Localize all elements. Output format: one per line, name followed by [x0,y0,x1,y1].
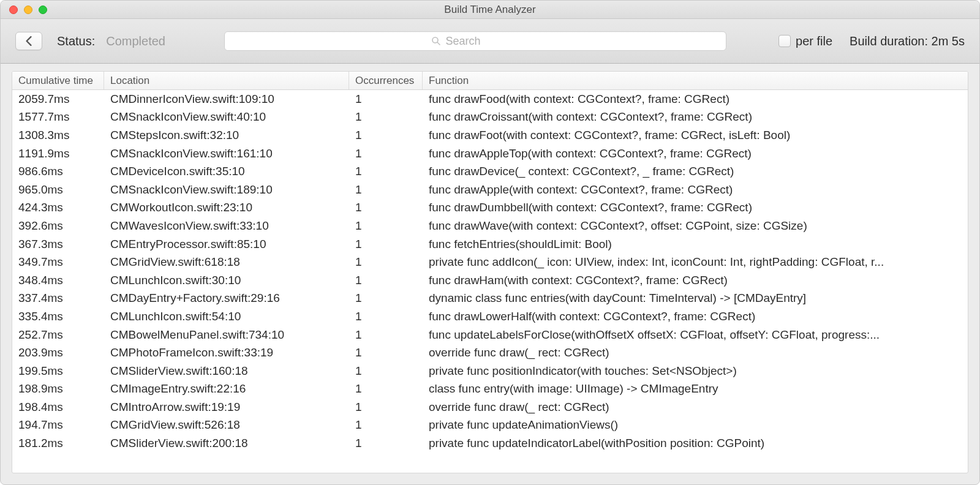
table-row[interactable]: 349.7msCMGridView.swift:618:181private f… [12,253,968,271]
cell-time: 198.9ms [12,382,104,396]
cell-time: 337.4ms [12,291,104,305]
column-header-location[interactable]: Location [104,72,349,89]
close-window-button[interactable] [9,6,18,14]
cell-function: func drawApple(with context: CGContext?,… [423,183,968,197]
table-row[interactable]: 194.7msCMGridView.swift:526:181private f… [12,416,968,435]
table-row[interactable]: 2059.7msCMDinnerIconView.swift:109:101fu… [12,90,968,108]
cell-location: CMDeviceIcon.swift:35:10 [104,165,349,178]
cell-occurrences: 1 [349,400,423,414]
table-row[interactable]: 1308.3msCMStepsIcon.swift:32:101func dra… [12,126,968,145]
cell-time: 367.3ms [12,238,104,251]
table-row[interactable]: 424.3msCMWorkoutIcon.swift:23:101func dr… [12,199,968,217]
zoom-window-button[interactable] [39,6,47,14]
status-value: Completed [106,34,165,48]
cell-time: 1577.7ms [12,110,104,124]
cell-function: func drawAppleTop(with context: CGContex… [423,147,968,160]
table-row[interactable]: 181.2msCMSliderView.swift:200:181private… [12,434,968,453]
toolbar: Status: Completed per file Build duratio… [1,19,979,64]
window-title: Build Time Analyzer [1,4,979,16]
cell-time: 2059.7ms [12,92,104,106]
table-row[interactable]: 1577.7msCMSnackIconView.swift:40:101func… [12,108,968,127]
cell-time: 965.0ms [12,183,104,197]
cell-location: CMEntryProcessor.swift:85:10 [104,238,349,251]
column-header-time[interactable]: Cumulative time [12,72,104,89]
build-duration: Build duration: 2m 5s [850,34,965,48]
cell-time: 392.6ms [12,219,104,233]
cell-location: CMPhotoFrameIcon.swift:33:19 [104,346,349,359]
cell-location: CMBowelMenuPanel.swift:734:10 [104,328,349,342]
table-body[interactable]: 2059.7msCMDinnerIconView.swift:109:101fu… [12,90,968,473]
cell-location: CMImageEntry.swift:22:16 [104,382,349,396]
results-table: Cumulative time Location Occurrences Fun… [12,71,968,473]
search-input[interactable] [446,35,519,48]
cell-location: CMSnackIconView.swift:161:10 [104,147,349,160]
cell-location: CMLunchIcon.swift:54:10 [104,310,349,323]
table-row[interactable]: 198.4msCMIntroArrow.swift:19:191override… [12,398,968,416]
table-row[interactable]: 965.0msCMSnackIconView.swift:189:101func… [12,181,968,199]
cell-location: CMSliderView.swift:160:18 [104,364,349,378]
table-row[interactable]: 252.7msCMBowelMenuPanel.swift:734:101fun… [12,326,968,344]
cell-time: 348.4ms [12,274,104,287]
table-row[interactable]: 203.9msCMPhotoFrameIcon.swift:33:191over… [12,344,968,362]
back-button[interactable] [15,32,42,50]
cell-location: CMLunchIcon.swift:30:10 [104,274,349,287]
cell-function: func drawWave(with context: CGContext?, … [423,219,968,233]
minimize-window-button[interactable] [24,6,32,14]
table-row[interactable]: 1191.9msCMSnackIconView.swift:161:101fun… [12,145,968,163]
cell-location: CMStepsIcon.swift:32:10 [104,129,349,142]
cell-location: CMSnackIconView.swift:189:10 [104,183,349,197]
cell-function: func updateLabelsForClose(withOffsetX of… [423,328,968,342]
cell-occurrences: 1 [349,165,423,178]
table-row[interactable]: 198.9msCMImageEntry.swift:22:161class fu… [12,380,968,399]
search-field[interactable] [224,31,726,51]
cell-function: override func draw(_ rect: CGRect) [423,400,968,414]
cell-function: override func draw(_ rect: CGRect) [423,346,968,359]
cell-function: private func addIcon(_ icon: UIView, ind… [423,255,968,269]
cell-time: 349.7ms [12,255,104,269]
table-row[interactable]: 337.4msCMDayEntry+Factory.swift:29:161dy… [12,290,968,308]
cell-time: 194.7ms [12,418,104,432]
cell-occurrences: 1 [349,147,423,160]
cell-location: CMIntroArrow.swift:19:19 [104,400,349,414]
cell-function: private func positionIndicator(with touc… [423,364,968,378]
table-row[interactable]: 367.3msCMEntryProcessor.swift:85:101func… [12,235,968,254]
column-header-occurrences[interactable]: Occurrences [349,72,423,89]
search-wrap [180,31,770,51]
cell-time: 181.2ms [12,437,104,450]
per-file-checkbox[interactable] [778,35,791,47]
cell-function: private func updateIndicatorLabel(withPo… [423,437,968,450]
cell-function: func drawHam(with context: CGContext?, f… [423,274,968,287]
cell-time: 203.9ms [12,346,104,359]
cell-time: 335.4ms [12,310,104,323]
table-row[interactable]: 335.4msCMLunchIcon.swift:54:101func draw… [12,307,968,326]
cell-time: 252.7ms [12,328,104,342]
table-row[interactable]: 199.5msCMSliderView.swift:160:181private… [12,362,968,380]
svg-line-1 [437,42,440,45]
cell-function: func drawDumbbell(with context: CGContex… [423,201,968,214]
cell-function: func drawFood(with context: CGContext?, … [423,92,968,106]
search-icon [431,36,441,46]
per-file-toggle[interactable]: per file [778,34,832,48]
table-row[interactable]: 348.4msCMLunchIcon.swift:30:101func draw… [12,271,968,290]
cell-location: CMDayEntry+Factory.swift:29:16 [104,291,349,305]
status-label: Status: [57,34,95,48]
titlebar: Build Time Analyzer [1,1,979,19]
cell-function: private func updateAnimationViews() [423,418,968,432]
table-header: Cumulative time Location Occurrences Fun… [12,72,968,90]
cell-time: 424.3ms [12,201,104,214]
column-header-function[interactable]: Function [423,72,968,89]
cell-location: CMGridView.swift:526:18 [104,418,349,432]
cell-function: func fetchEntries(shouldLimit: Bool) [423,238,968,251]
cell-function: func drawCroissant(with context: CGConte… [423,110,968,124]
cell-location: CMGridView.swift:618:18 [104,255,349,269]
traffic-lights [9,6,47,14]
per-file-label: per file [796,34,832,48]
cell-occurrences: 1 [349,219,423,233]
cell-occurrences: 1 [349,110,423,124]
cell-function: func drawDevice(_ context: CGContext?, _… [423,165,968,178]
cell-occurrences: 1 [349,310,423,323]
table-row[interactable]: 986.6msCMDeviceIcon.swift:35:101func dra… [12,162,968,181]
table-row[interactable]: 392.6msCMWavesIconView.swift:33:101func … [12,217,968,235]
cell-function: func drawLowerHalf(with context: CGConte… [423,310,968,323]
cell-occurrences: 1 [349,183,423,197]
